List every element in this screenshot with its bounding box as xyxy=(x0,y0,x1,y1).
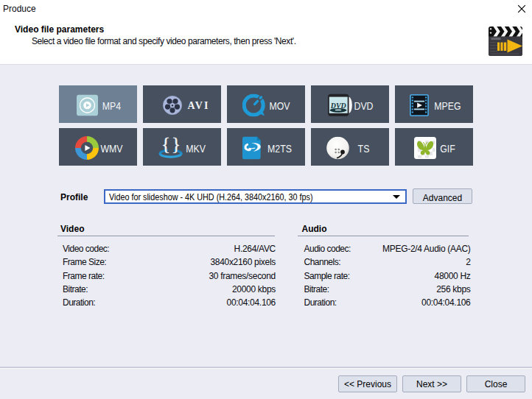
svg-text:{: { xyxy=(161,136,170,153)
